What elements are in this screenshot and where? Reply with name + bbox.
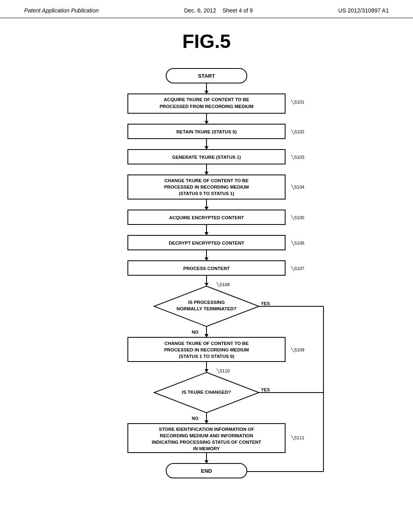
svg-marker-3 [204, 91, 209, 94]
svg-text:IS PROCESSING: IS PROCESSING [188, 300, 225, 305]
svg-text:╲S106: ╲S106 [291, 240, 305, 246]
svg-text:ACQUIRE TKURE OF CONTENT TO BE: ACQUIRE TKURE OF CONTENT TO BE [164, 97, 249, 102]
page-header: Patent Application Publication Dec. 6, 2… [0, 0, 413, 18]
svg-text:(STATUS 1 TO STATUS 0): (STATUS 1 TO STATUS 0) [179, 354, 234, 359]
svg-text:START: START [198, 73, 215, 79]
svg-text:CHANGE TKURE OF CONTENT TO BE: CHANGE TKURE OF CONTENT TO BE [165, 341, 249, 346]
header-publication: Patent Application Publication [24, 7, 99, 14]
svg-marker-26 [204, 207, 209, 210]
svg-marker-19 [204, 172, 209, 175]
patent-page: Patent Application Publication Dec. 6, 2… [0, 0, 413, 532]
svg-text:NO: NO [192, 416, 199, 421]
svg-marker-14 [204, 146, 209, 150]
svg-text:PROCESSED FROM RECORDING MEDIU: PROCESSED FROM RECORDING MEDIUM [160, 104, 254, 109]
svg-text:INDICATING PROCESSING STATUS O: INDICATING PROCESSING STATUS OF CONTENT [152, 440, 261, 445]
svg-marker-31 [204, 232, 209, 235]
svg-text:╲S110: ╲S110 [216, 368, 230, 374]
svg-text:╲S108: ╲S108 [216, 282, 230, 287]
svg-text:YES: YES [261, 301, 270, 306]
header-patent-number: US 2012/310897 A1 [338, 7, 389, 14]
svg-marker-76 [204, 460, 209, 463]
svg-text:RETAIN TKURE (STATUS 0): RETAIN TKURE (STATUS 0) [176, 129, 237, 134]
svg-marker-36 [204, 258, 209, 261]
svg-text:ACQUIRE ENCRYPTED CONTENT: ACQUIRE ENCRYPTED CONTENT [169, 215, 244, 220]
svg-text:╲S107: ╲S107 [291, 266, 305, 271]
svg-text:╲S102: ╲S102 [291, 129, 305, 135]
svg-text:END: END [201, 468, 212, 474]
svg-text:(STATUS 0 TO STATUS 1): (STATUS 0 TO STATUS 1) [179, 191, 234, 196]
svg-marker-41 [204, 283, 209, 286]
svg-marker-53 [204, 334, 209, 337]
svg-text:CHANGE TKURE OF CONTENT TO BE: CHANGE TKURE OF CONTENT TO BE [165, 178, 249, 183]
svg-marker-68 [204, 420, 209, 424]
svg-text:PROCESSED IN RECORDING MEDIUM: PROCESSED IN RECORDING MEDIUM [164, 185, 249, 189]
figure-title: FIG.5 [0, 30, 413, 52]
svg-text:╲S105: ╲S105 [291, 215, 305, 220]
svg-text:╲S101: ╲S101 [291, 99, 305, 105]
svg-text:╲S111: ╲S111 [291, 435, 305, 441]
svg-text:NORMALLY TERMINATED?: NORMALLY TERMINATED? [177, 306, 237, 311]
svg-text:NO: NO [192, 330, 199, 335]
svg-text:IS TKURE CHANGED?: IS TKURE CHANGED? [182, 390, 231, 395]
svg-marker-60 [204, 369, 209, 372]
svg-text:╲S109: ╲S109 [291, 347, 305, 353]
svg-text:╲S103: ╲S103 [291, 154, 305, 160]
svg-text:╲S104: ╲S104 [291, 184, 305, 190]
svg-text:DECRYPT ENCRYPTED CONTENT: DECRYPT ENCRYPTED CONTENT [169, 241, 244, 245]
flowchart-svg: START ACQUIRE TKURE OF CONTENT TO BE PRO… [49, 64, 364, 492]
svg-text:STORE IDENTIFICATION INFORMATI: STORE IDENTIFICATION INFORMATION OF [159, 427, 254, 432]
svg-text:IN MEMORY: IN MEMORY [193, 446, 220, 451]
svg-text:PROCESSED IN RECORDING MEDIUM: PROCESSED IN RECORDING MEDIUM [164, 347, 249, 352]
header-date-sheet: Dec. 6, 2012 Sheet 4 of 9 [184, 7, 252, 14]
svg-text:GENERATE TKURE (STATUS 1): GENERATE TKURE (STATUS 1) [172, 155, 241, 160]
svg-text:YES: YES [261, 387, 270, 392]
svg-marker-9 [204, 121, 209, 124]
svg-text:RECORDING MEDIUM AND INFORMATI: RECORDING MEDIUM AND INFORMATION [160, 433, 253, 438]
svg-text:PROCESS CONTENT: PROCESS CONTENT [183, 266, 229, 271]
